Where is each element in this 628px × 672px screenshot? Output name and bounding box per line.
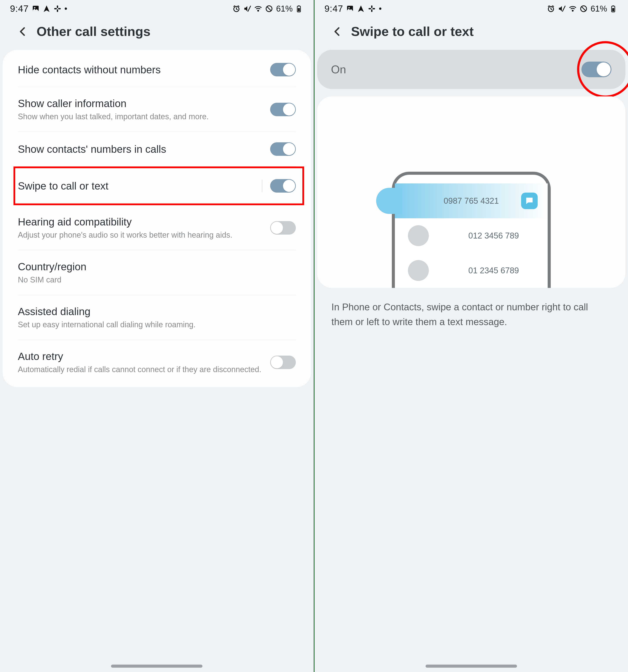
alarm-icon [232, 5, 240, 13]
svg-rect-2 [57, 5, 58, 8]
preview-card: 0987 765 4321 012 3456 789 01 2345 6789 [317, 96, 626, 288]
master-toggle[interactable] [581, 62, 611, 77]
swipe-indicator [376, 188, 402, 214]
status-time: 9:47 [10, 3, 29, 14]
master-toggle-label: On [331, 63, 582, 76]
header: Swipe to call or text [315, 18, 628, 50]
send-icon [357, 5, 365, 13]
send-icon [43, 5, 50, 13]
row-hearing-aid[interactable]: Hearing aid compatibility Adjust your ph… [3, 206, 311, 250]
screen-swipe-to-call: 9:47 • 61% Swipe to call or text On [315, 0, 628, 672]
header: Other call settings [0, 18, 314, 50]
battery-icon [295, 5, 303, 13]
row-title: Auto retry [18, 350, 270, 362]
toggle-auto-retry[interactable] [270, 356, 296, 369]
svg-point-7 [258, 10, 259, 11]
toggle-hide-contacts[interactable] [270, 63, 296, 76]
master-toggle-row: On [315, 50, 628, 89]
page-title: Swipe to call or text [351, 24, 474, 39]
master-toggle-container[interactable]: On [317, 50, 626, 89]
row-title: Hearing aid compatibility [18, 216, 270, 228]
avatar-icon [408, 225, 429, 246]
mute-icon [558, 5, 566, 13]
no-sim-icon [265, 5, 273, 13]
svg-rect-23 [612, 5, 614, 6]
back-button[interactable] [332, 26, 343, 37]
svg-rect-11 [298, 5, 300, 6]
separator-vertical [262, 180, 262, 192]
row-sub: Show when you last talked, important dat… [18, 112, 270, 121]
battery-icon [609, 5, 617, 13]
battery-percent: 61% [590, 4, 607, 14]
row-title: Swipe to call or text [18, 180, 262, 192]
row-country-region[interactable]: Country/region No SIM card [3, 250, 311, 295]
svg-rect-22 [612, 8, 614, 11]
settings-list: Hide contacts without numbers Show calle… [3, 50, 311, 387]
toggle-swipe-call-text[interactable] [270, 179, 296, 193]
slack-icon [368, 5, 376, 13]
no-sim-icon [580, 5, 587, 13]
svg-rect-10 [298, 8, 300, 11]
toggle-caller-info[interactable] [270, 103, 296, 116]
svg-rect-16 [369, 8, 371, 9]
svg-rect-3 [57, 9, 58, 12]
back-button[interactable] [17, 26, 28, 37]
svg-point-1 [34, 7, 35, 8]
status-bar: 9:47 • 61% [0, 0, 314, 18]
row-sub: No SIM card [18, 275, 296, 284]
row-title: Country/region [18, 261, 296, 273]
row-assisted-dialing[interactable]: Assisted dialing Set up easy internation… [3, 295, 311, 340]
gallery-icon [346, 5, 354, 13]
mock-number: 01 2345 6789 [448, 266, 539, 275]
avatar-icon [408, 260, 429, 281]
description-text: In Phone or Contacts, swipe a contact or… [315, 288, 628, 329]
mock-number: 0987 765 4321 [444, 196, 499, 206]
nav-bar-pill[interactable] [111, 665, 203, 668]
mock-row: 01 2345 6789 [395, 253, 548, 288]
slack-icon [53, 5, 62, 13]
svg-point-13 [349, 7, 350, 8]
row-sub: Set up easy international call dialing w… [18, 320, 296, 329]
gallery-icon [32, 5, 40, 13]
row-title: Hide contacts without numbers [18, 64, 270, 76]
svg-rect-5 [58, 8, 61, 9]
row-sub: Adjust your phone's audio so it works be… [18, 231, 270, 240]
more-dot-icon: • [379, 5, 381, 13]
battery-percent: 61% [276, 4, 293, 14]
row-title: Show contacts' numbers in calls [18, 143, 270, 155]
mute-icon [243, 5, 251, 13]
status-bar: 9:47 • 61% [315, 0, 628, 18]
svg-rect-14 [371, 5, 372, 8]
toggle-show-numbers[interactable] [270, 142, 296, 156]
wifi-icon [569, 5, 577, 13]
mock-number: 012 3456 789 [448, 231, 539, 240]
more-dot-icon: • [65, 5, 67, 13]
mock-row-swiped: 0987 765 4321 [395, 184, 548, 218]
row-show-numbers[interactable]: Show contacts' numbers in calls [3, 132, 311, 166]
svg-rect-17 [372, 8, 375, 9]
row-hide-contacts[interactable]: Hide contacts without numbers [3, 52, 311, 87]
status-time: 9:47 [325, 3, 343, 14]
toggle-hearing-aid[interactable] [270, 221, 296, 235]
page-title: Other call settings [37, 24, 150, 39]
phone-mockup: 0987 765 4321 012 3456 789 01 2345 6789 [392, 172, 551, 288]
svg-rect-4 [54, 8, 57, 9]
message-icon [521, 193, 538, 209]
row-title: Show caller information [18, 97, 270, 110]
row-auto-retry[interactable]: Auto retry Automatically redial if calls… [3, 340, 311, 385]
wifi-icon [254, 5, 262, 13]
row-swipe-call-text[interactable]: Swipe to call or text [3, 166, 311, 205]
screen-other-call-settings: 9:47 • 61% Other call settings Hide cont… [0, 0, 314, 672]
nav-bar-pill[interactable] [425, 665, 517, 668]
svg-rect-15 [371, 9, 372, 12]
svg-point-19 [572, 10, 573, 11]
row-sub: Automatically redial if calls cannot con… [18, 365, 270, 374]
row-title: Assisted dialing [18, 306, 296, 317]
alarm-icon [547, 5, 555, 13]
row-caller-info[interactable]: Show caller information Show when you la… [3, 87, 311, 131]
mock-row: 012 3456 789 [395, 218, 548, 253]
